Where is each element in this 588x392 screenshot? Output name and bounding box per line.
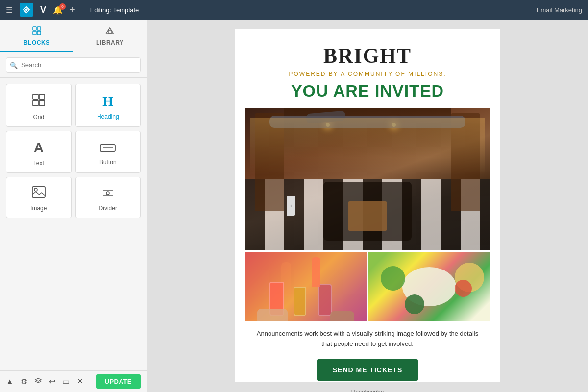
- cta-button[interactable]: SEND ME TICKETS: [317, 359, 418, 381]
- sidebar: BLOCKS LIBRARY 🔍: [0, 20, 147, 392]
- svg-rect-11: [32, 187, 45, 197]
- text-block-icon: A: [34, 140, 44, 156]
- svg-point-12: [34, 188, 37, 191]
- unsubscribe-link[interactable]: Unsubscribe: [245, 389, 490, 392]
- svg-rect-3: [37, 31, 41, 35]
- svg-rect-0: [33, 27, 36, 30]
- sidebar-collapse-handle[interactable]: ‹: [287, 196, 295, 216]
- block-text[interactable]: A Text: [6, 131, 72, 173]
- email-canvas: BRIGHT POWERED BY A COMMUNITY OF MILLION…: [235, 29, 500, 382]
- svg-point-14: [106, 192, 109, 195]
- tab-blocks[interactable]: BLOCKS: [0, 20, 74, 52]
- add-icon[interactable]: +: [70, 4, 75, 16]
- preview-icon[interactable]: 👁: [76, 377, 84, 386]
- tab-library[interactable]: LIBRARY: [74, 20, 147, 52]
- text-block-label: Text: [33, 160, 44, 167]
- email-body-text: Announcements work best with a visually …: [245, 329, 490, 349]
- svg-rect-4: [108, 30, 111, 33]
- blocks-grid: Grid H Heading A Text Button: [0, 78, 147, 224]
- email-invited: YOU ARE INVITED: [245, 81, 490, 100]
- grid-block-icon: [32, 93, 46, 110]
- food-scene-bg: [368, 252, 490, 321]
- svg-rect-6: [39, 94, 45, 99]
- device-icon[interactable]: ▭: [62, 377, 70, 386]
- blocks-tab-icon: [32, 26, 41, 37]
- divider-block-icon: [101, 186, 115, 201]
- grid-block-label: Grid: [33, 114, 44, 121]
- settings-icon[interactable]: ⚙: [21, 377, 27, 386]
- divider-block-label: Divider: [99, 205, 117, 212]
- restaurant-scene: [245, 108, 490, 250]
- food-image: [368, 252, 490, 321]
- button-block-icon: [100, 141, 116, 155]
- block-grid[interactable]: Grid: [6, 84, 72, 127]
- library-tab-label: LIBRARY: [96, 39, 123, 46]
- top-bar: ☰ V 🔔 0 + Editing: Template Email Market…: [0, 0, 588, 20]
- notif-badge: 0: [59, 3, 66, 10]
- drinks-scene-bg: [245, 252, 367, 321]
- svg-rect-5: [33, 94, 38, 99]
- image-block-icon: [32, 186, 46, 201]
- svg-rect-8: [39, 100, 45, 106]
- editing-label: Editing: Template: [90, 6, 139, 14]
- block-heading[interactable]: H Heading: [75, 84, 141, 127]
- sidebar-bottom-bar: ▲ ⚙ ↩ ▭ 👁 UPDATE: [0, 370, 147, 392]
- heading-block-label: Heading: [97, 113, 119, 120]
- button-block-label: Button: [99, 159, 117, 166]
- brand-name: V: [40, 5, 46, 15]
- svg-rect-1: [37, 27, 41, 30]
- block-image[interactable]: Image: [6, 177, 72, 218]
- block-divider[interactable]: Divider: [75, 177, 141, 218]
- email-images-row: [245, 252, 490, 321]
- main-area: BLOCKS LIBRARY 🔍: [0, 20, 588, 392]
- top-bar-right-label: Email Marketing: [537, 6, 582, 14]
- search-icon: 🔍: [10, 61, 18, 69]
- heading-block-icon: H: [102, 94, 113, 109]
- move-up-icon[interactable]: ▲: [6, 377, 14, 386]
- update-button[interactable]: UPDATE: [96, 374, 141, 389]
- library-tab-icon: [105, 26, 114, 37]
- undo-icon[interactable]: ↩: [49, 377, 55, 386]
- notification-icon[interactable]: 🔔 0: [53, 5, 63, 15]
- search-input[interactable]: [6, 57, 141, 73]
- sidebar-tabs: BLOCKS LIBRARY: [0, 20, 147, 52]
- layers-icon[interactable]: [34, 377, 42, 387]
- hamburger-icon[interactable]: ☰: [6, 5, 13, 15]
- search-wrap: 🔍: [6, 57, 141, 73]
- cta-button-wrap: SEND ME TICKETS: [245, 359, 490, 381]
- app-logo: [20, 3, 33, 17]
- svg-rect-2: [33, 31, 36, 35]
- email-main-image: [245, 108, 490, 250]
- blocks-tab-label: BLOCKS: [24, 39, 50, 46]
- drinks-image: [245, 252, 367, 321]
- email-title: BRIGHT: [245, 44, 490, 68]
- image-block-label: Image: [30, 205, 47, 212]
- editor-area: BRIGHT POWERED BY A COMMUNITY OF MILLION…: [147, 20, 588, 392]
- top-bar-left: ☰ V 🔔 0 + Editing: Template: [6, 3, 139, 17]
- svg-rect-7: [33, 100, 38, 106]
- block-button[interactable]: Button: [75, 131, 141, 173]
- email-subtitle: POWERED BY A COMMUNITY OF MILLIONS.: [245, 71, 490, 77]
- sidebar-search-area: 🔍: [0, 52, 147, 78]
